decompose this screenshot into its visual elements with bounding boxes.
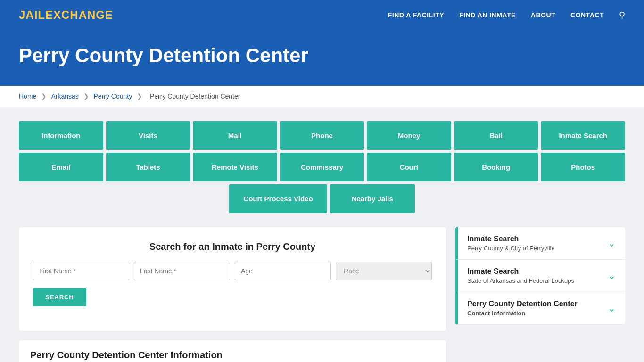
btn-mail[interactable]: Mail — [193, 121, 277, 150]
btn-bail[interactable]: Bail — [454, 121, 538, 150]
breadcrumb-sep-2: ❯ — [83, 92, 89, 100]
chevron-down-icon-3: ⌄ — [608, 303, 616, 314]
btn-money[interactable]: Money — [367, 121, 451, 150]
sidebar-item-contact-info[interactable]: Perry County Detention Center Contact In… — [455, 292, 625, 325]
site-logo[interactable]: JAILEXCHANGE — [19, 8, 113, 22]
search-icon[interactable]: ⚲ — [619, 10, 625, 20]
breadcrumb-home[interactable]: Home — [19, 92, 36, 100]
breadcrumb-sep-1: ❯ — [41, 92, 47, 100]
breadcrumb: Home ❯ Arkansas ❯ Perry County ❯ Perry C… — [0, 86, 644, 107]
info-title: Perry County Detention Center Informatio… — [30, 350, 435, 361]
search-fields: Race White Black Hispanic Asian Other — [33, 262, 432, 280]
sidebar-item-state-title: Inmate Search — [467, 267, 574, 276]
logo-jail: JAIL — [19, 8, 45, 21]
nav-links: FIND A FACILITY FIND AN INMATE ABOUT CON… — [388, 10, 625, 20]
bottom-section: Search for an Inmate in Perry County Rac… — [19, 227, 625, 362]
inmate-search-card: Search for an Inmate in Perry County Rac… — [19, 227, 446, 331]
btn-phone[interactable]: Phone — [280, 121, 364, 150]
btn-commissary[interactable]: Commissary — [280, 153, 364, 181]
main-content: Information Visits Mail Phone Money Bail… — [0, 107, 644, 362]
btn-email[interactable]: Email — [19, 153, 103, 181]
btn-nearby-jails[interactable]: Nearby Jails — [330, 184, 415, 213]
nav-item-about[interactable]: ABOUT — [531, 11, 555, 19]
sidebar-item-inmate-search-local[interactable]: Inmate Search Perry County & City of Per… — [455, 227, 625, 260]
navbar: JAILEXCHANGE FIND A FACILITY FIND AN INM… — [0, 0, 644, 30]
button-grid-row3: Court Process Video Nearby Jails — [19, 184, 625, 213]
hero-banner: Perry County Detention Center — [0, 30, 644, 86]
sidebar-item-local-subtitle: Perry County & City of Perryville — [467, 245, 555, 252]
age-input[interactable] — [235, 262, 331, 280]
breadcrumb-sep-3: ❯ — [137, 92, 142, 100]
nav-item-contact[interactable]: CONTACT — [570, 11, 604, 19]
search-title: Search for an Inmate in Perry County — [33, 241, 432, 252]
btn-inmate-search[interactable]: Inmate Search — [541, 121, 625, 150]
sidebar: Inmate Search Perry County & City of Per… — [455, 227, 625, 325]
btn-visits[interactable]: Visits — [106, 121, 190, 150]
page-title: Perry County Detention Center — [19, 44, 625, 67]
btn-information[interactable]: Information — [19, 121, 103, 150]
info-section: Perry County Detention Center Informatio… — [19, 340, 446, 362]
search-button[interactable]: SEARCH — [33, 288, 86, 306]
last-name-input[interactable] — [134, 262, 230, 280]
logo-exchange: EXCHANGE — [45, 8, 113, 21]
sidebar-item-contact-subtitle: Contact Information — [467, 310, 578, 317]
button-grid-row1: Information Visits Mail Phone Money Bail… — [19, 121, 625, 150]
btn-remote-visits[interactable]: Remote Visits — [193, 153, 277, 181]
sidebar-item-local-title: Inmate Search — [467, 235, 555, 243]
breadcrumb-arkansas[interactable]: Arkansas — [51, 92, 78, 100]
btn-court-process-video[interactable]: Court Process Video — [229, 184, 327, 213]
chevron-down-icon-2: ⌄ — [608, 270, 616, 281]
btn-court[interactable]: Court — [367, 153, 451, 181]
nav-item-find-inmate[interactable]: FIND AN INMATE — [459, 11, 516, 19]
button-grid-row2: Email Tablets Remote Visits Commissary C… — [19, 153, 625, 181]
sidebar-item-inmate-search-state[interactable]: Inmate Search State of Arkansas and Fede… — [455, 260, 625, 292]
first-name-input[interactable] — [33, 262, 129, 280]
sidebar-item-state-subtitle: State of Arkansas and Federal Lockups — [467, 277, 574, 284]
breadcrumb-current: Perry County Detention Center — [150, 92, 240, 100]
nav-item-find-facility[interactable]: FIND A FACILITY — [388, 11, 444, 19]
race-select[interactable]: Race White Black Hispanic Asian Other — [336, 262, 432, 280]
btn-booking[interactable]: Booking — [454, 153, 538, 181]
btn-tablets[interactable]: Tablets — [106, 153, 190, 181]
breadcrumb-perry-county[interactable]: Perry County — [94, 92, 132, 100]
btn-photos[interactable]: Photos — [541, 153, 625, 181]
sidebar-item-contact-title: Perry County Detention Center — [467, 300, 578, 308]
chevron-down-icon: ⌄ — [608, 238, 616, 249]
